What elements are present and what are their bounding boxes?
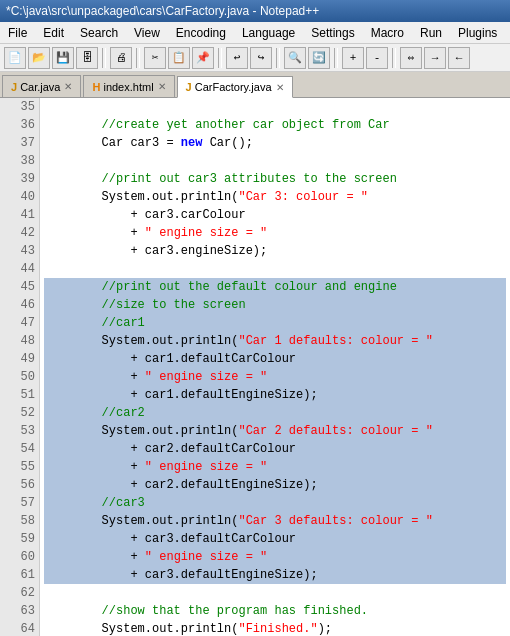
code-line-48: System.out.println("Car 1 defaults: colo… [44, 332, 506, 350]
copy-button[interactable]: 📋 [168, 47, 190, 69]
code-line-52: //car2 [44, 404, 506, 422]
code-line-49: + car1.defaultCarColour [44, 350, 506, 368]
menu-search[interactable]: Search [72, 24, 126, 42]
paste-button[interactable]: 📌 [192, 47, 214, 69]
code-line-60: + " engine size = " [44, 548, 506, 566]
ln-49: 49 [4, 350, 35, 368]
tab-index-html-close[interactable]: ✕ [158, 81, 166, 92]
ln-42: 42 [4, 224, 35, 242]
zoom-out-button[interactable]: - [366, 47, 388, 69]
code-line-36: //create yet another car object from Car [44, 116, 506, 134]
sep3 [218, 48, 222, 68]
ln-63: 63 [4, 602, 35, 620]
save-button[interactable]: 💾 [52, 47, 74, 69]
code-line-38 [44, 152, 506, 170]
wrap-button[interactable]: ⇔ [400, 47, 422, 69]
ln-64: 64 [4, 620, 35, 636]
ln-52: 52 [4, 404, 35, 422]
toolbar: 📄 📂 💾 🗄 🖨 ✂ 📋 📌 ↩ ↪ 🔍 🔄 + - ⇔ → ← [0, 44, 510, 72]
unindent-button[interactable]: ← [448, 47, 470, 69]
sep5 [334, 48, 338, 68]
zoom-in-button[interactable]: + [342, 47, 364, 69]
code-line-50: + " engine size = " [44, 368, 506, 386]
ln-39: 39 [4, 170, 35, 188]
open-button[interactable]: 📂 [28, 47, 50, 69]
code-line-45: //print out the default colour and engin… [44, 278, 506, 296]
title-bar: *C:\java\src\unpackaged\cars\CarFactory.… [0, 0, 510, 22]
code-line-51: + car1.defaultEngineSize); [44, 386, 506, 404]
find-button[interactable]: 🔍 [284, 47, 306, 69]
menu-run[interactable]: Run [412, 24, 450, 42]
undo-button[interactable]: ↩ [226, 47, 248, 69]
menu-encoding[interactable]: Encoding [168, 24, 234, 42]
code-line-64: System.out.println("Finished."); [44, 620, 506, 636]
cut-button[interactable]: ✂ [144, 47, 166, 69]
code-line-59: + car3.defaultCarColour [44, 530, 506, 548]
code-line-37: Car car3 = new Car(); [44, 134, 506, 152]
ln-47: 47 [4, 314, 35, 332]
tab-carfactory-java-label: CarFactory.java [195, 81, 272, 93]
menu-settings[interactable]: Settings [303, 24, 362, 42]
menu-window[interactable]: Window [505, 24, 510, 42]
title-text: *C:\java\src\unpackaged\cars\CarFactory.… [6, 4, 319, 18]
code-line-44 [44, 260, 506, 278]
save-all-button[interactable]: 🗄 [76, 47, 98, 69]
code-line-41: + car3.carColour [44, 206, 506, 224]
ln-36: 36 [4, 116, 35, 134]
menu-plugins[interactable]: Plugins [450, 24, 505, 42]
menu-macro[interactable]: Macro [363, 24, 412, 42]
code-line-43: + car3.engineSize); [44, 242, 506, 260]
ln-59: 59 [4, 530, 35, 548]
ln-41: 41 [4, 206, 35, 224]
ln-44: 44 [4, 260, 35, 278]
code-line-56: + car2.defaultEngineSize); [44, 476, 506, 494]
replace-button[interactable]: 🔄 [308, 47, 330, 69]
ln-35: 35 [4, 98, 35, 116]
sep2 [136, 48, 140, 68]
code-line-63: //show that the program has finished. [44, 602, 506, 620]
sep6 [392, 48, 396, 68]
ln-61: 61 [4, 566, 35, 584]
code-line-54: + car2.defaultCarColour [44, 440, 506, 458]
ln-46: 46 [4, 296, 35, 314]
code-line-57: //car3 [44, 494, 506, 512]
tab-bar: J Car.java ✕ H index.html ✕ J CarFactory… [0, 72, 510, 98]
java-icon: J [11, 81, 17, 93]
sep4 [276, 48, 280, 68]
tab-car-java-close[interactable]: ✕ [64, 81, 72, 92]
indent-button[interactable]: → [424, 47, 446, 69]
print-button[interactable]: 🖨 [110, 47, 132, 69]
ln-51: 51 [4, 386, 35, 404]
code-line-61: + car3.defaultEngineSize); [44, 566, 506, 584]
ln-60: 60 [4, 548, 35, 566]
code-line-42: + " engine size = " [44, 224, 506, 242]
code-content[interactable]: //create yet another car object from Car… [40, 98, 510, 636]
menu-edit[interactable]: Edit [35, 24, 72, 42]
code-area: 35 36 37 38 39 40 41 42 43 44 45 46 47 4… [0, 98, 510, 636]
redo-button[interactable]: ↪ [250, 47, 272, 69]
ln-62: 62 [4, 584, 35, 602]
ln-58: 58 [4, 512, 35, 530]
ln-56: 56 [4, 476, 35, 494]
ln-55: 55 [4, 458, 35, 476]
ln-50: 50 [4, 368, 35, 386]
ln-43: 43 [4, 242, 35, 260]
ln-38: 38 [4, 152, 35, 170]
code-line-39: //print out car3 attributes to the scree… [44, 170, 506, 188]
code-line-46: //size to the screen [44, 296, 506, 314]
tab-index-html[interactable]: H index.html ✕ [83, 75, 174, 97]
ln-53: 53 [4, 422, 35, 440]
new-button[interactable]: 📄 [4, 47, 26, 69]
menu-language[interactable]: Language [234, 24, 303, 42]
ln-40: 40 [4, 188, 35, 206]
code-line-53: System.out.println("Car 2 defaults: colo… [44, 422, 506, 440]
tab-car-java[interactable]: J Car.java ✕ [2, 75, 81, 97]
menu-file[interactable]: File [0, 24, 35, 42]
code-line-55: + " engine size = " [44, 458, 506, 476]
menu-view[interactable]: View [126, 24, 168, 42]
tab-carfactory-java[interactable]: J CarFactory.java ✕ [177, 76, 293, 98]
menu-bar: File Edit Search View Encoding Language … [0, 22, 510, 44]
tab-carfactory-java-close[interactable]: ✕ [276, 82, 284, 93]
code-line-40: System.out.println("Car 3: colour = " [44, 188, 506, 206]
ln-57: 57 [4, 494, 35, 512]
